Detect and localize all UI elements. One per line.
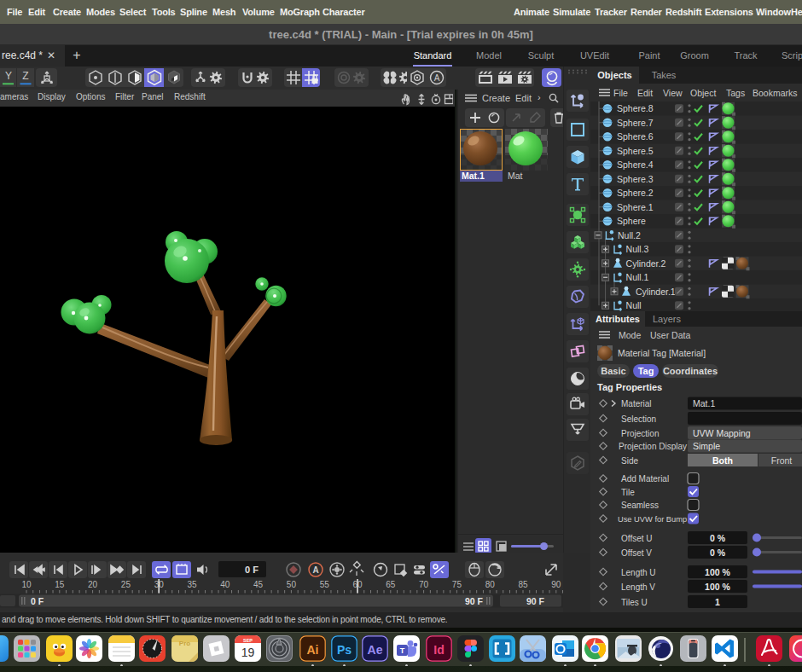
- svg-text:Pro: Pro: [178, 640, 189, 647]
- svg-text:Add Material: Add Material: [621, 474, 669, 484]
- svg-text:UVW Mapping: UVW Mapping: [693, 428, 751, 438]
- svg-text:Id: Id: [433, 643, 444, 657]
- svg-text:0 F: 0 F: [245, 565, 259, 575]
- svg-text:SEP: SEP: [242, 638, 252, 643]
- svg-text:40: 40: [220, 580, 230, 589]
- svg-text:Offset V: Offset V: [621, 548, 652, 558]
- svg-text:19: 19: [241, 646, 254, 659]
- svg-text:Basic: Basic: [601, 366, 625, 376]
- svg-text:15: 15: [55, 580, 65, 589]
- svg-text:100 %: 100 %: [705, 582, 730, 592]
- svg-text:Sphere.5: Sphere.5: [617, 146, 654, 156]
- svg-text:Use UVW for Bump: Use UVW for Bump: [618, 515, 687, 524]
- svg-text:70: 70: [419, 580, 429, 589]
- svg-text:Seamless: Seamless: [621, 501, 659, 510]
- svg-text:Projection Display: Projection Display: [619, 442, 687, 451]
- svg-text:Simple: Simple: [693, 441, 720, 451]
- svg-text:45: 45: [253, 580, 264, 589]
- svg-text:Both: Both: [712, 455, 733, 466]
- svg-text:100 %: 100 %: [705, 567, 730, 577]
- svg-text:Front: Front: [771, 455, 793, 466]
- svg-text:Cylinder.1: Cylinder.1: [636, 287, 676, 297]
- svg-text:Tag Properties: Tag Properties: [597, 382, 662, 392]
- svg-text:Sphere: Sphere: [617, 216, 646, 226]
- svg-text:T: T: [400, 646, 405, 655]
- svg-text:Null: Null: [626, 300, 642, 310]
- svg-text:85: 85: [518, 580, 528, 589]
- svg-text:Ai: Ai: [307, 643, 319, 657]
- svg-text:Sphere.4: Sphere.4: [617, 159, 654, 170]
- svg-text:Tile: Tile: [621, 488, 635, 497]
- svg-text:80: 80: [485, 580, 496, 589]
- svg-text:10: 10: [21, 580, 32, 589]
- svg-text:Material Tag [Material]: Material Tag [Material]: [618, 348, 706, 358]
- svg-text:A: A: [433, 73, 439, 83]
- svg-text:75: 75: [452, 580, 462, 589]
- svg-text:0 F: 0 F: [31, 596, 44, 606]
- svg-text:Sphere.1: Sphere.1: [617, 202, 654, 212]
- svg-text:Tag: Tag: [638, 366, 654, 376]
- svg-text:Projection: Projection: [621, 429, 659, 438]
- svg-text:55: 55: [320, 580, 330, 589]
- svg-text:Side: Side: [621, 456, 638, 466]
- svg-text:Null.2: Null.2: [618, 230, 641, 240]
- svg-text:Mode: Mode: [619, 330, 641, 340]
- svg-text:Ae: Ae: [367, 643, 382, 657]
- svg-text:Z: Z: [22, 70, 28, 82]
- svg-text:20: 20: [88, 580, 98, 589]
- svg-text:50: 50: [287, 580, 297, 589]
- svg-text:65: 65: [386, 580, 396, 589]
- svg-text:Selection: Selection: [621, 414, 656, 424]
- svg-text:1: 1: [715, 597, 720, 607]
- svg-text:User Data: User Data: [650, 330, 690, 340]
- svg-text:Attributes: Attributes: [596, 314, 640, 324]
- svg-text:Sphere.7: Sphere.7: [617, 118, 654, 128]
- svg-text:0 %: 0 %: [710, 547, 726, 558]
- svg-text:Offset U: Offset U: [621, 534, 653, 543]
- svg-text:Ps: Ps: [336, 643, 351, 657]
- svg-text:Cylinder.2: Cylinder.2: [626, 258, 666, 269]
- svg-text:Sphere.8: Sphere.8: [617, 103, 654, 113]
- svg-text:Y: Y: [4, 70, 11, 82]
- svg-text:Coordinates: Coordinates: [663, 366, 718, 376]
- svg-text:35: 35: [187, 580, 197, 589]
- svg-text:Length U: Length U: [621, 568, 656, 577]
- svg-text:A: A: [312, 565, 318, 575]
- svg-text:Length V: Length V: [621, 582, 655, 592]
- svg-text:90: 90: [551, 580, 561, 589]
- svg-text:Null.1: Null.1: [626, 272, 649, 282]
- svg-text:90 F: 90 F: [465, 596, 484, 606]
- svg-text:Sphere.3: Sphere.3: [617, 174, 654, 184]
- svg-text:Layers: Layers: [653, 314, 682, 324]
- svg-text:90 F: 90 F: [526, 596, 545, 606]
- svg-text:Material: Material: [621, 399, 652, 408]
- svg-text:Tiles U: Tiles U: [621, 598, 648, 607]
- svg-text:Sphere.2: Sphere.2: [617, 188, 654, 198]
- svg-text:0 %: 0 %: [710, 533, 726, 543]
- svg-text:Mat.1: Mat.1: [693, 398, 715, 408]
- svg-text:Null.3: Null.3: [626, 244, 649, 254]
- svg-text:25: 25: [121, 580, 131, 589]
- svg-text:Sphere.6: Sphere.6: [617, 131, 654, 142]
